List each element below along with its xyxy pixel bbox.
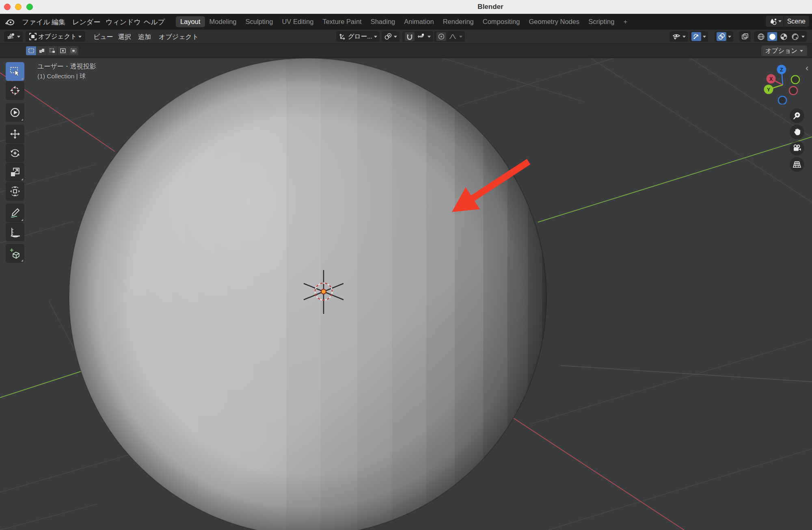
annotate-tool-icon [9, 207, 21, 218]
xray-toggle[interactable] [739, 31, 751, 42]
add-cube-tool[interactable] [6, 244, 24, 263]
pan-button[interactable] [790, 125, 804, 139]
scene-selector[interactable]: Scene [766, 16, 809, 27]
zoom-button[interactable] [790, 108, 804, 123]
proportional-editing-group[interactable] [434, 31, 465, 42]
sphere-object[interactable] [69, 58, 546, 530]
gizmos-toggle-group[interactable] [689, 31, 708, 42]
tab-geometry-nodes[interactable]: Geometry Nodes [524, 16, 584, 27]
ortho-perspective-button[interactable] [790, 157, 804, 172]
menu-edit[interactable]: 編集 [52, 17, 65, 27]
object-mode-icon [29, 33, 37, 40]
viewport-scene [0, 58, 812, 530]
gizmo-z-neg-ball[interactable] [778, 96, 786, 104]
mode-label: オブジェクト [38, 32, 77, 41]
menu-view[interactable]: ビュー [93, 33, 113, 41]
options-button[interactable]: オプション [761, 45, 807, 56]
transform-orientation-dropdown[interactable]: グロー... [336, 31, 380, 42]
gizmo-x-neg-ball[interactable] [789, 87, 797, 95]
visibility-dropdown[interactable] [669, 31, 688, 42]
menu-help[interactable]: ヘルプ [144, 17, 165, 27]
rotate-tool[interactable] [6, 144, 24, 162]
magnet-icon[interactable] [405, 32, 415, 41]
select-mode-intersect-icon[interactable] [68, 46, 78, 55]
menu-window[interactable]: ウィンドウ [106, 17, 141, 27]
chevron-down-icon [682, 36, 686, 38]
pivot-point-dropdown[interactable] [382, 31, 400, 42]
tab-uv-editing[interactable]: UV Editing [277, 16, 318, 27]
navigation-gizmo[interactable]: Z X Y [756, 62, 810, 104]
view-name-label: ユーザー・透視投影 [37, 63, 96, 71]
select-box-tool[interactable] [6, 62, 24, 81]
measure-tool-icon [9, 226, 21, 238]
overlays-toggle-group[interactable] [715, 31, 733, 42]
transform-tool[interactable] [6, 182, 24, 201]
interactive-add-tool[interactable] [6, 103, 24, 122]
minimize-button[interactable] [15, 4, 22, 10]
menu-render[interactable]: レンダー [72, 17, 100, 27]
measure-tool[interactable] [6, 223, 24, 241]
scale-tool-icon [9, 167, 21, 178]
viewport-header: オブジェクト ビュー 選択 追加 オブジェクト グロー... [0, 30, 812, 43]
select-mode-subtract-icon[interactable] [47, 46, 57, 55]
chevron-down-icon [374, 36, 377, 38]
y-axis-line [0, 370, 84, 398]
workspace-tabs: Layout Modeling Sculpting UV Editing Tex… [176, 16, 632, 27]
select-mode-invert-icon[interactable] [58, 46, 68, 55]
select-mode-group [26, 46, 78, 55]
menu-add[interactable]: 追加 [138, 33, 151, 41]
add-workspace-button[interactable]: + [619, 16, 632, 27]
scale-tool[interactable] [6, 163, 24, 182]
chevron-down-icon [428, 36, 431, 38]
tab-shading[interactable]: Shading [366, 16, 400, 27]
tab-layout[interactable]: Layout [176, 16, 205, 27]
toolbar [6, 62, 24, 263]
material-shading-icon[interactable] [779, 32, 788, 41]
tab-rendering[interactable]: Rendering [438, 16, 478, 27]
titlebar: Blender [0, 0, 812, 14]
scene-icon [769, 17, 778, 26]
menu-select[interactable]: 選択 [118, 33, 131, 41]
zoom-window-button[interactable] [26, 4, 33, 10]
tab-scripting[interactable]: Scripting [584, 16, 619, 27]
tab-modeling[interactable]: Modeling [205, 16, 241, 27]
proportional-circle-icon[interactable] [436, 32, 446, 41]
snapping-group[interactable] [402, 31, 433, 42]
chevron-down-icon [728, 36, 731, 38]
camera-view-button[interactable] [790, 141, 804, 156]
gizmo-y-label: Y [767, 87, 771, 93]
select-mode-extend-icon[interactable] [37, 46, 47, 55]
rendered-shading-icon[interactable] [790, 32, 800, 41]
sidebar-collapse-chevron[interactable]: ‹ [806, 64, 808, 73]
select-mode-set-icon[interactable] [26, 46, 36, 55]
gizmo-arrow-icon[interactable] [691, 32, 701, 41]
gizmo-y-neg-ball[interactable] [791, 76, 799, 84]
snap-increment-icon[interactable] [416, 32, 426, 41]
pivot-point-icon [384, 32, 392, 41]
blender-logo-icon[interactable] [5, 17, 15, 26]
overlays-icon[interactable] [717, 32, 726, 41]
annotate-tool[interactable] [6, 203, 24, 222]
chevron-down-icon [703, 36, 706, 38]
falloff-curve-icon[interactable] [448, 32, 458, 41]
editor-type-button[interactable] [4, 31, 23, 42]
mode-selector[interactable]: オブジェクト [26, 31, 85, 42]
menu-object[interactable]: オブジェクト [159, 33, 199, 41]
tab-sculpting[interactable]: Sculpting [241, 16, 278, 27]
pan-hand-icon [793, 128, 801, 136]
tab-animation[interactable]: Animation [400, 16, 438, 27]
wireframe-shading-icon[interactable] [756, 32, 766, 41]
tab-compositing[interactable]: Compositing [478, 16, 525, 27]
camera-view-icon [792, 144, 802, 153]
tab-texture-paint[interactable]: Texture Paint [318, 16, 366, 27]
move-tool[interactable] [6, 125, 24, 143]
solid-shading-icon[interactable] [767, 32, 777, 41]
rotate-tool-icon [9, 147, 21, 159]
blender-window: Blender ファイル 編集 レンダー ウィンドウ ヘルプ Layout Mo… [0, 0, 812, 530]
cursor-tool[interactable] [6, 81, 24, 100]
3d-viewport[interactable]: ユーザー・透視投影 (1) Collection | 球 [0, 58, 812, 530]
menu-file[interactable]: ファイル [22, 17, 50, 27]
active-object-label: (1) Collection | 球 [37, 72, 86, 81]
zoom-icon [793, 111, 801, 120]
close-button[interactable] [4, 4, 11, 10]
